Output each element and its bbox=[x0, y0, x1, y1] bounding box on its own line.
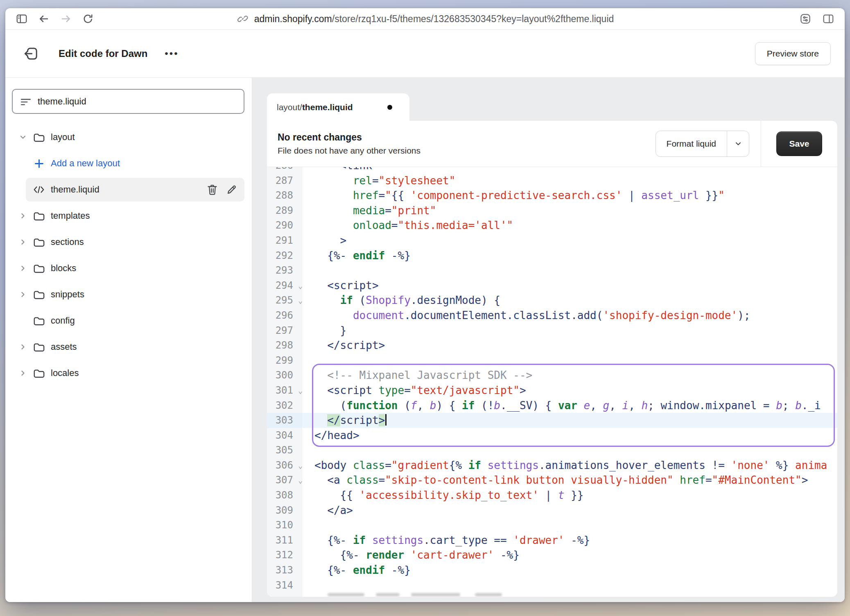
code-line-content[interactable]: onload="this.media='all'" bbox=[302, 218, 837, 233]
code-line[interactable]: 294⌄ <script> bbox=[267, 278, 837, 293]
code-line-content[interactable]: } bbox=[302, 323, 837, 338]
code-line[interactable]: 290 onload="this.media='all'" bbox=[267, 218, 837, 233]
chevron-right-icon[interactable] bbox=[18, 342, 27, 351]
code-line[interactable]: 314 bbox=[267, 578, 837, 593]
code-line[interactable]: 310 bbox=[267, 518, 837, 533]
rename-file-icon[interactable] bbox=[225, 183, 238, 196]
save-button[interactable]: Save bbox=[776, 131, 822, 156]
code-line-content[interactable] bbox=[302, 518, 837, 533]
code-line[interactable]: 302 (function (f, b) { if (!b.__SV) { va… bbox=[267, 398, 837, 413]
tab-theme-liquid[interactable]: layout/theme.liquid bbox=[267, 93, 409, 121]
format-liquid-button[interactable]: Format liquid bbox=[656, 131, 749, 157]
sidebar-item-snippets[interactable]: snippets bbox=[5, 281, 252, 308]
sidebar-item-layout[interactable]: layout bbox=[5, 124, 252, 150]
code-line-content[interactable]: document.documentElement.classList.add('… bbox=[302, 308, 837, 323]
code-line-content[interactable]: href="{{ 'component-predictive-search.cs… bbox=[302, 188, 837, 203]
code-line-content[interactable]: {%- endif -%} bbox=[302, 563, 837, 578]
code-line[interactable]: 288 href="{{ 'component-predictive-searc… bbox=[267, 188, 837, 203]
code-line[interactable]: 296 document.documentElement.classList.a… bbox=[267, 308, 837, 323]
side-panel-icon[interactable] bbox=[822, 12, 835, 25]
code-line-content[interactable]: {%- render 'cart-drawer' -%} bbox=[302, 548, 837, 563]
code-line[interactable]: 293 bbox=[267, 263, 837, 278]
code-line-content[interactable]: > bbox=[302, 233, 837, 248]
code-line[interactable]: 306⌄<body class="gradient{% if settings.… bbox=[267, 458, 837, 473]
add-new-layout-button[interactable]: Add a new layout bbox=[5, 150, 252, 177]
sidebar-item-assets[interactable]: assets bbox=[5, 334, 252, 360]
code-line-content[interactable]: </a> bbox=[302, 503, 837, 518]
preview-store-button[interactable]: Preview store bbox=[755, 42, 831, 65]
browser-settings-icon[interactable] bbox=[799, 12, 812, 25]
code-line[interactable]: 308 {{ 'accessibility.skip_to_text' | t … bbox=[267, 488, 837, 503]
code-line-content[interactable]: <script type="text/javascript"> bbox=[302, 383, 837, 398]
fold-toggle-icon[interactable]: ⌄ bbox=[298, 383, 303, 399]
fold-toggle-icon[interactable]: ⌄ bbox=[298, 458, 303, 473]
code-line-content[interactable]: <body class="gradient{% if settings.anim… bbox=[302, 458, 837, 473]
sidebar-toggle-icon[interactable] bbox=[15, 12, 28, 25]
code-line-content[interactable]: {%- endif -%} bbox=[302, 248, 837, 263]
chevron-right-icon[interactable] bbox=[18, 211, 27, 220]
code-line[interactable]: 304</head> bbox=[267, 428, 837, 443]
code-line[interactable]: 311 {%- if settings.cart_type == 'drawer… bbox=[267, 533, 837, 548]
code-line-content[interactable]: </head> bbox=[302, 428, 837, 443]
chevron-right-icon[interactable] bbox=[18, 369, 27, 378]
code-line[interactable]: 300 <!-- Mixpanel Javascript SDK --> bbox=[267, 368, 837, 383]
code-line[interactable]: 313 {%- endif -%} bbox=[267, 563, 837, 578]
code-line[interactable]: 312 {%- render 'cart-drawer' -%} bbox=[267, 548, 837, 563]
code-line[interactable]: 286 <link bbox=[267, 167, 837, 173]
code-line[interactable]: 291 > bbox=[267, 233, 837, 248]
address-bar[interactable]: admin.shopify.com/store/rzq1xu-f5/themes… bbox=[236, 8, 614, 29]
code-line-content[interactable]: {%- if settings.cart_type == 'drawer' -%… bbox=[302, 533, 837, 548]
delete-file-icon[interactable] bbox=[206, 183, 219, 196]
code-line-content[interactable] bbox=[302, 353, 837, 368]
code-line[interactable]: 309 </a> bbox=[267, 503, 837, 518]
chevron-right-icon[interactable] bbox=[18, 238, 27, 247]
code-editor[interactable]: 286 <link287 rel="stylesheet"288 href="{… bbox=[267, 167, 837, 597]
code-line-content[interactable]: <!-- Mixpanel Javascript SDK --> bbox=[302, 368, 837, 383]
code-line[interactable]: 292 {%- endif -%} bbox=[267, 248, 837, 263]
exit-editor-icon[interactable] bbox=[23, 45, 40, 62]
more-actions-button[interactable]: ••• bbox=[165, 48, 179, 59]
code-line-content[interactable]: rel="stylesheet" bbox=[302, 173, 837, 188]
file-search-box[interactable] bbox=[12, 89, 244, 114]
code-line-content[interactable]: (function (f, b) { if (!b.__SV) { var e,… bbox=[302, 398, 837, 413]
sidebar-item-blocks[interactable]: blocks bbox=[5, 255, 252, 281]
code-line-content[interactable]: <a class="skip-to-content-link button vi… bbox=[302, 473, 837, 488]
code-line[interactable]: 301⌄ <script type="text/javascript"> bbox=[267, 383, 837, 398]
format-dropdown-icon[interactable] bbox=[727, 131, 749, 156]
search-input[interactable] bbox=[38, 96, 210, 107]
code-line-content[interactable]: <script> bbox=[302, 278, 837, 293]
sidebar-item-locales[interactable]: locales bbox=[5, 360, 252, 386]
code-line[interactable]: 307⌄ <a class="skip-to-content-link butt… bbox=[267, 473, 837, 488]
folder-icon bbox=[33, 263, 45, 274]
status-subtitle: File does not have any other versions bbox=[278, 146, 420, 156]
code-line[interactable]: 295⌄ if (Shopify.designMode) { bbox=[267, 293, 837, 308]
chevron-down-icon[interactable] bbox=[18, 133, 27, 142]
code-line[interactable]: 297 } bbox=[267, 323, 837, 338]
code-line-content[interactable]: media="print" bbox=[302, 203, 837, 218]
code-line-content[interactable]: </script> bbox=[302, 338, 837, 353]
chevron-right-icon[interactable] bbox=[18, 290, 27, 299]
back-icon[interactable] bbox=[37, 12, 50, 25]
fold-toggle-icon[interactable]: ⌄ bbox=[298, 279, 303, 294]
sidebar-item-config[interactable]: config bbox=[5, 308, 252, 334]
fold-toggle-icon[interactable]: ⌄ bbox=[298, 293, 303, 308]
code-line[interactable]: 289 media="print" bbox=[267, 203, 837, 218]
code-line-content[interactable] bbox=[302, 578, 837, 593]
code-line[interactable]: 287 rel="stylesheet" bbox=[267, 173, 837, 188]
sidebar-item-theme-liquid[interactable]: theme.liquid bbox=[26, 178, 244, 202]
code-line-active[interactable]: 303 </script> bbox=[267, 413, 837, 428]
code-line-content[interactable]: </script> bbox=[302, 413, 837, 428]
reload-icon[interactable] bbox=[81, 12, 95, 25]
code-line-content[interactable]: if (Shopify.designMode) { bbox=[302, 293, 837, 308]
fold-toggle-icon[interactable]: ⌄ bbox=[298, 473, 303, 488]
code-line[interactable]: 298 </script> bbox=[267, 338, 837, 353]
sidebar-item-templates[interactable]: templates bbox=[5, 203, 252, 229]
chevron-right-icon[interactable] bbox=[18, 264, 27, 273]
code-line[interactable]: 299 bbox=[267, 353, 837, 368]
code-line-content[interactable]: {{ 'accessibility.skip_to_text' | t }} bbox=[302, 488, 837, 503]
code-line[interactable]: 305 bbox=[267, 443, 837, 458]
code-line-content[interactable]: <link bbox=[302, 167, 837, 173]
code-line-content[interactable] bbox=[302, 443, 837, 458]
sidebar-item-sections[interactable]: sections bbox=[5, 229, 252, 255]
code-line-content[interactable] bbox=[302, 263, 837, 278]
